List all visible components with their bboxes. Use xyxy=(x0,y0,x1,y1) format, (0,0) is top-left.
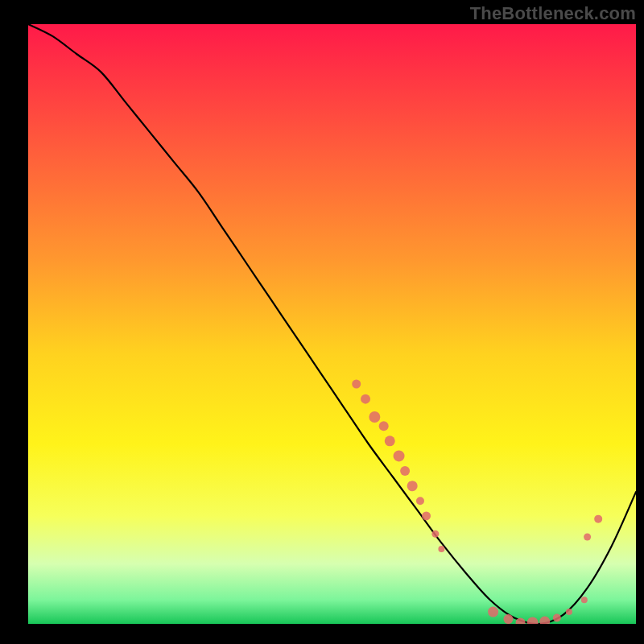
data-marker xyxy=(594,515,602,523)
bottleneck-chart xyxy=(0,0,644,644)
data-marker xyxy=(438,546,444,552)
data-marker xyxy=(584,533,591,540)
data-marker xyxy=(566,609,572,615)
data-marker xyxy=(539,617,550,627)
data-marker xyxy=(400,466,410,476)
data-marker xyxy=(553,614,561,622)
data-marker xyxy=(369,411,380,423)
data-marker xyxy=(352,380,361,389)
data-marker xyxy=(527,617,539,629)
watermark-text: TheBottleneck.com xyxy=(470,3,636,24)
data-marker xyxy=(503,614,513,624)
data-marker xyxy=(422,511,431,520)
data-marker xyxy=(361,394,370,404)
data-marker xyxy=(407,481,418,491)
data-marker xyxy=(385,436,395,446)
data-marker xyxy=(516,618,526,628)
data-marker xyxy=(431,530,439,538)
data-marker xyxy=(379,421,389,431)
data-marker xyxy=(488,607,498,617)
plot-background xyxy=(28,24,636,624)
data-marker xyxy=(416,497,424,505)
chart-stage: TheBottleneck.com xyxy=(0,0,644,644)
data-marker xyxy=(394,450,405,461)
data-marker xyxy=(581,597,588,603)
